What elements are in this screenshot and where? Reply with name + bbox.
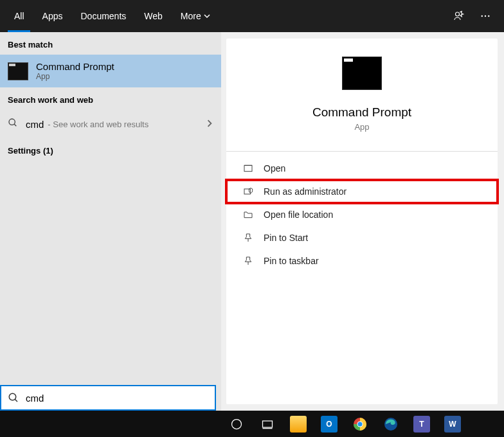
svg-point-1	[482, 15, 483, 17]
result-command-prompt[interactable]: Command Prompt App	[0, 55, 221, 87]
results-pane: Best match Command Prompt App Search wor…	[0, 32, 221, 411]
more-options-icon[interactable]	[472, 10, 499, 22]
section-settings[interactable]: Settings (1)	[0, 138, 221, 161]
web-result-hint: - See work and web results	[48, 120, 148, 129]
feedback-icon[interactable]	[445, 10, 472, 22]
svg-point-0	[456, 12, 460, 16]
action-open-location-label: Open file location	[264, 210, 333, 220]
action-list: Open Run as administrator Open file loca…	[226, 152, 498, 278]
chrome-icon[interactable]	[348, 413, 372, 436]
svg-point-19	[358, 422, 363, 426]
pin-taskbar-icon	[243, 256, 253, 266]
web-result-term: cmd	[26, 119, 44, 130]
svg-point-2	[485, 15, 486, 17]
folder-icon	[243, 210, 253, 220]
divider	[226, 151, 498, 152]
teams-icon[interactable]: T	[410, 413, 433, 436]
action-pin-to-start[interactable]: Pin to Start	[226, 226, 498, 249]
tab-apps[interactable]: Apps	[33, 0, 72, 32]
action-pin-to-taskbar[interactable]: Pin to taskbar	[226, 249, 498, 272]
action-pin-taskbar-label: Pin to taskbar	[264, 256, 319, 266]
search-box[interactable]	[0, 385, 216, 411]
action-open-file-location[interactable]: Open file location	[226, 203, 498, 226]
pin-start-icon	[243, 233, 253, 243]
svg-rect-13	[263, 421, 273, 427]
action-open[interactable]: Open	[226, 157, 498, 180]
section-best-match: Best match	[0, 32, 221, 55]
file-explorer-icon[interactable]	[287, 413, 310, 436]
svg-point-12	[232, 419, 242, 429]
outlook-icon[interactable]: O	[318, 413, 341, 436]
preview-title: Command Prompt	[312, 105, 411, 120]
shield-icon	[243, 186, 253, 197]
cortana-icon[interactable]	[225, 413, 248, 436]
chevron-right-icon	[206, 118, 213, 130]
action-open-label: Open	[264, 163, 285, 174]
search-tabs-bar: All Apps Documents Web More	[0, 0, 504, 32]
preview-subtitle: App	[354, 122, 369, 132]
svg-rect-6	[244, 165, 252, 171]
task-view-icon[interactable]	[256, 413, 279, 436]
tab-more[interactable]: More	[172, 0, 219, 32]
svg-point-3	[488, 15, 489, 17]
svg-point-10	[9, 393, 16, 400]
preview-cmd-icon	[342, 57, 382, 90]
tab-documents[interactable]: Documents	[71, 0, 135, 32]
edge-icon[interactable]	[379, 413, 402, 436]
tab-web[interactable]: Web	[135, 0, 172, 32]
result-subtitle: App	[36, 72, 114, 81]
tab-more-label: More	[181, 11, 201, 21]
preview-pane: Command Prompt App Open Run as administr…	[226, 39, 498, 404]
taskbar: O T W	[0, 411, 504, 437]
result-title: Command Prompt	[36, 61, 114, 72]
open-icon	[243, 163, 253, 174]
word-icon[interactable]: W	[441, 413, 464, 436]
section-search-work-web: Search work and web	[0, 87, 221, 110]
svg-line-5	[14, 124, 16, 126]
web-result-cmd[interactable]: cmd - See work and web results	[0, 110, 221, 138]
svg-line-11	[15, 399, 17, 402]
chevron-down-icon	[204, 13, 210, 19]
search-icon	[8, 118, 18, 130]
search-icon	[8, 392, 19, 404]
cmd-icon	[8, 62, 28, 80]
search-input[interactable]	[26, 393, 208, 404]
action-run-as-administrator[interactable]: Run as administrator	[226, 180, 498, 203]
svg-point-4	[9, 119, 15, 125]
action-run-admin-label: Run as administrator	[264, 186, 346, 197]
action-pin-start-label: Pin to Start	[264, 233, 308, 243]
tab-all[interactable]: All	[5, 0, 33, 32]
